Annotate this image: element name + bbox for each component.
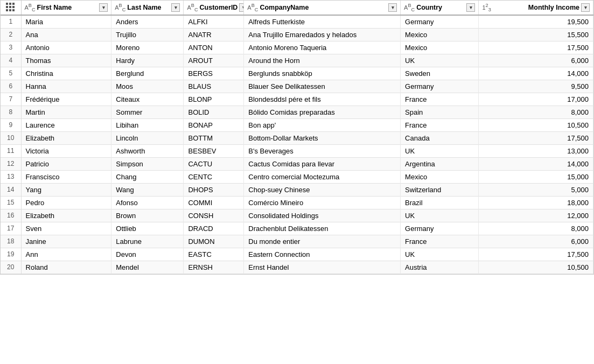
cell-last-name: Chang: [111, 170, 184, 183]
cell-last-name: Moos: [111, 80, 184, 93]
cell-monthly-income: 8,000: [479, 222, 593, 235]
col-header-customer-id[interactable]: ABC CustomerID ▾: [184, 1, 244, 15]
cell-customer-id: BOLID: [184, 106, 244, 118]
cell-country: Switzerland: [401, 183, 479, 196]
filter-btn-country[interactable]: ▾: [466, 3, 475, 12]
cell-row-num: 12: [1, 157, 21, 170]
cell-customer-id: ANATR: [184, 28, 244, 41]
col-header-country[interactable]: ABC Country ▾: [401, 1, 479, 15]
cell-row-num: 5: [1, 67, 21, 80]
cell-country: Argentina: [401, 157, 479, 170]
cell-customer-id: CACTU: [184, 157, 244, 170]
col-header-company-name[interactable]: ABC CompanyName ▾: [244, 1, 401, 15]
cell-country: Germany: [401, 15, 479, 29]
cell-company-name: Bólido Comidas preparadas: [244, 106, 401, 118]
cell-monthly-income: 17,500: [479, 41, 593, 54]
cell-company-name: Alfreds Futterkiste: [244, 15, 401, 29]
cell-company-name: Around the Horn: [244, 54, 401, 67]
col-label-country: Country: [416, 4, 465, 11]
cell-monthly-income: 19,500: [479, 15, 593, 29]
cell-last-name: Ottlieb: [111, 222, 184, 235]
cell-customer-id: DRACD: [184, 222, 244, 235]
cell-country: France: [401, 235, 479, 248]
type-icon-co: ABC: [404, 3, 415, 12]
cell-first-name: Maria: [21, 15, 111, 29]
cell-customer-id: CONSH: [184, 209, 244, 222]
cell-first-name: Pedro: [21, 196, 111, 209]
col-header-monthly-income[interactable]: 123 Monthly Income ▾: [479, 1, 593, 15]
table-row: 12PatricioSimpsonCACTUCactus Comidas par…: [1, 157, 593, 170]
cell-last-name: Devon: [111, 248, 184, 261]
table-header-row: ABC First Name ▾ ABC Last Name ▾ ABC: [1, 1, 593, 15]
cell-row-num: 3: [1, 41, 21, 54]
cell-country: UK: [401, 54, 479, 67]
cell-monthly-income: 14,000: [479, 157, 593, 170]
col-label-company-name: CompanyName: [260, 4, 387, 11]
cell-monthly-income: 10,500: [479, 118, 593, 131]
cell-last-name: Lincoln: [111, 131, 184, 144]
cell-first-name: Yang: [21, 183, 111, 196]
table-row: 6HannaMoosBLAUSBlauer See DelikatessenGe…: [1, 80, 593, 93]
col-label-first-name: First Name: [37, 4, 98, 11]
cell-monthly-income: 6,000: [479, 54, 593, 67]
table-row: 18JanineLabruneDUMONDu monde entierFranc…: [1, 235, 593, 248]
cell-country: France: [401, 118, 479, 131]
cell-last-name: Wang: [111, 183, 184, 196]
type-icon-mi: 123: [482, 3, 491, 12]
type-icon-ln: ABC: [115, 3, 125, 12]
cell-monthly-income: 15,000: [479, 170, 593, 183]
cell-last-name: Simpson: [111, 157, 184, 170]
cell-customer-id: CENTC: [184, 170, 244, 183]
cell-company-name: Eastern Connection: [244, 248, 401, 261]
cell-customer-id: EASTC: [184, 248, 244, 261]
cell-row-num: 20: [1, 261, 21, 274]
cell-company-name: Cactus Comidas para llevar: [244, 157, 401, 170]
cell-monthly-income: 17,000: [479, 93, 593, 106]
table-row: 1MariaAndersALFKIAlfreds FutterkisteGerm…: [1, 15, 593, 29]
table-row: 14YangWangDHOPSChop-suey ChineseSwitzerl…: [1, 183, 593, 196]
table-row: 15PedroAfonsoCOMMIComércio MineiroBrazil…: [1, 196, 593, 209]
table-row: 11VictoriaAshworthBESBEVB's BeveragesUK1…: [1, 144, 593, 157]
cell-customer-id: BLONP: [184, 93, 244, 106]
cell-customer-id: ANTON: [184, 41, 244, 54]
col-header-last-name[interactable]: ABC Last Name ▾: [111, 1, 184, 15]
cell-company-name: Blauer See Delikatessen: [244, 80, 401, 93]
cell-monthly-income: 17,500: [479, 131, 593, 144]
cell-last-name: Labrune: [111, 235, 184, 248]
cell-country: Canada: [401, 131, 479, 144]
cell-row-num: 4: [1, 54, 21, 67]
cell-first-name: Franscisco: [21, 170, 111, 183]
filter-btn-monthly-income[interactable]: ▾: [581, 3, 590, 12]
filter-btn-first-name[interactable]: ▾: [99, 3, 108, 12]
table-row: 5ChristinaBerglundBERGSBerglunds snabbkö…: [1, 67, 593, 80]
cell-country: Brazil: [401, 196, 479, 209]
table-row: 7FrédériqueCiteauxBLONPBlondesddsl pére …: [1, 93, 593, 106]
cell-first-name: Janine: [21, 235, 111, 248]
cell-first-name: Elizabeth: [21, 131, 111, 144]
cell-customer-id: DUMON: [184, 235, 244, 248]
cell-monthly-income: 14,000: [479, 67, 593, 80]
corner-header: [1, 1, 21, 15]
cell-company-name: Antonio Moreno Taqueria: [244, 41, 401, 54]
cell-row-num: 16: [1, 209, 21, 222]
cell-country: Mexico: [401, 41, 479, 54]
cell-row-num: 18: [1, 235, 21, 248]
cell-first-name: Sven: [21, 222, 111, 235]
filter-btn-company-name[interactable]: ▾: [388, 3, 397, 12]
cell-first-name: Martin: [21, 106, 111, 118]
filter-btn-customer-id[interactable]: ▾: [239, 3, 243, 12]
col-header-first-name[interactable]: ABC First Name ▾: [21, 1, 111, 15]
cell-row-num: 8: [1, 106, 21, 118]
cell-monthly-income: 9,500: [479, 80, 593, 93]
table-row: 2AnaTrujilloANATRAna Trujillo Emaredados…: [1, 28, 593, 41]
cell-customer-id: AROUT: [184, 54, 244, 67]
cell-last-name: Moreno: [111, 41, 184, 54]
cell-first-name: Roland: [21, 261, 111, 274]
cell-first-name: Frédérique: [21, 93, 111, 106]
data-table: ABC First Name ▾ ABC Last Name ▾ ABC: [0, 0, 594, 275]
cell-last-name: Mendel: [111, 261, 184, 274]
filter-btn-last-name[interactable]: ▾: [171, 3, 180, 12]
table-row: 8MartinSommerBOLIDBólido Comidas prepara…: [1, 106, 593, 118]
cell-row-num: 2: [1, 28, 21, 41]
cell-country: Sweden: [401, 67, 479, 80]
